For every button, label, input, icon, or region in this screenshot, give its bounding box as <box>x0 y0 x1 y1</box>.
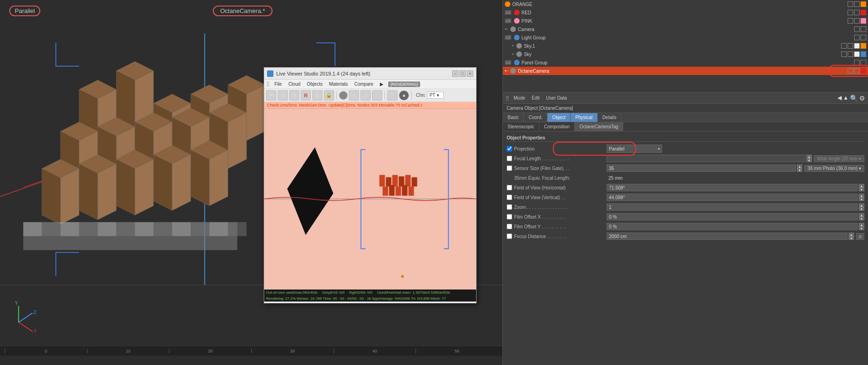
prop-row-fov-v[interactable]: Field of View (Vertical) . . 44.098 ° ▲ … <box>507 193 864 201</box>
prop-value-sensor[interactable]: 36 <box>607 164 796 172</box>
lv-toolbar-r-btn[interactable]: R <box>301 90 311 101</box>
prop-spin-fov-h[interactable]: ▲ ▼ <box>859 184 864 191</box>
live-viewer-window[interactable]: Live Viewer Studio 2019.1.4 (24 days lef… <box>264 67 477 303</box>
prop-value-zoom[interactable]: 1 <box>607 203 858 211</box>
prop-spin-down-film-x[interactable]: ▼ <box>859 217 864 220</box>
prop-toolbar[interactable]: ⣿ Mode Edit User Data ◀ ▲ 🔍 ⚙ <box>503 93 868 104</box>
lv-menu-file[interactable]: File <box>273 82 284 87</box>
scene-item-red[interactable]: L0 RED <box>503 8 868 17</box>
prop-row-fov-h[interactable]: Field of View (Horizontal) 71.508 ° ▲ ▼ <box>507 183 864 192</box>
prop-tab-basic[interactable]: Basic <box>503 113 524 122</box>
prop-row-film-x[interactable]: Film Offset X . . . . . . . . . . 0 % ▲ … <box>507 213 864 221</box>
live-viewer-titlebar[interactable]: Live Viewer Studio 2019.1.4 (24 days lef… <box>264 68 476 80</box>
lv-menu-cloud[interactable]: Cloud <box>286 82 302 87</box>
prop-spin-sensor[interactable]: ▲ ▼ <box>797 164 802 172</box>
prop-checkbox-focal[interactable] <box>507 156 512 161</box>
prop-btn-focus-pick[interactable]: ⊙ <box>856 233 864 240</box>
prop-unit-focal[interactable]: Wide Angle (25 mm ▾ <box>814 155 864 162</box>
lv-toolbar-refresh-btn[interactable]: ↺ <box>278 90 288 101</box>
prop-value-film-x[interactable]: 0 % <box>607 213 858 220</box>
prop-value-focal[interactable] <box>607 155 806 162</box>
prop-spin-up-fov-h[interactable]: ▲ <box>859 184 864 188</box>
prop-value-fov-h[interactable]: 71.508 ° <box>607 184 858 191</box>
scene-item-sky1[interactable]: • Sky.1 <box>503 42 868 50</box>
lv-toolbar-lock-btn[interactable]: 🔒 <box>324 90 334 101</box>
prop-spin-down-zoom[interactable]: ▼ <box>859 207 864 211</box>
live-viewer-close-button[interactable]: × <box>467 70 473 77</box>
prop-checkbox-focus[interactable] <box>507 233 512 239</box>
prop-checkbox-zoom[interactable] <box>507 204 512 210</box>
prop-tab-details[interactable]: Details <box>598 113 622 122</box>
prop-spin-up-film-y[interactable]: ▲ <box>859 223 864 227</box>
prop-value-fov-v[interactable]: 44.098 ° <box>607 194 858 201</box>
prop-checkbox-sensor[interactable] <box>507 165 512 171</box>
prop-settings-icon[interactable]: ⚙ <box>859 94 865 102</box>
prop-tabs-row1[interactable]: Basic Coord. Object Physical Details <box>503 113 868 122</box>
prop-spin-film-x[interactable]: ▲ ▼ <box>859 213 864 220</box>
prop-spin-up-fov-v[interactable]: ▲ <box>859 194 864 197</box>
prop-tab-composition[interactable]: Composition <box>539 122 575 131</box>
prop-arrow-up[interactable]: ▲ <box>843 94 849 102</box>
prop-row-focus-dist[interactable]: Focus Distance . . . . . . . . 2000 cm ▲… <box>507 232 864 240</box>
live-viewer-toolbar[interactable]: ☀ ↺ ⏸ R ⚙ 🔒 ▪ ▪ ▪ ♡ ● Chn: PT ▾ <box>264 89 476 102</box>
prop-row-zoom[interactable]: Zoom . . . . . . . . . . . . . . . . 1 ▲… <box>507 203 864 211</box>
prop-value-focus-dist[interactable]: 2000 cm <box>607 233 848 240</box>
lv-toolbar-dot-btn[interactable]: ● <box>399 90 409 101</box>
prop-checkbox-fov-h[interactable] <box>507 185 512 190</box>
prop-spin-down-fov-h[interactable]: ▼ <box>859 188 864 191</box>
prop-tab-physical[interactable]: Physical <box>570 113 597 122</box>
prop-value-film-y[interactable]: 0 % <box>607 223 858 230</box>
live-viewer-menubar[interactable]: ⣿ File Cloud Objects Materials Compare ▶… <box>264 80 476 89</box>
prop-spin-up-film-x[interactable]: ▲ <box>859 213 864 217</box>
prop-spin-film-y[interactable]: ▲ ▼ <box>859 223 864 230</box>
lv-chn-dropdown[interactable]: PT ▾ <box>427 92 444 99</box>
prop-checkbox-fov-v[interactable] <box>507 195 512 200</box>
prop-spin-down-focal[interactable]: ▼ <box>806 158 812 162</box>
prop-unit-sensor[interactable]: 36 mm Photo (36.0 mm) ▾ <box>804 165 864 172</box>
prop-spin-up-focal[interactable]: ▲ <box>806 155 812 158</box>
prop-dropdown-projection[interactable]: Parallel ▾ <box>607 145 662 153</box>
scene-manager[interactable]: ORANGE L0 RED L0 <box>503 0 868 93</box>
prop-toolbar-arrows[interactable]: ◀ ▲ 🔍 ⚙ <box>837 94 865 102</box>
lv-menu-objects[interactable]: Objects <box>305 82 324 87</box>
prop-checkbox-film-x[interactable] <box>507 214 512 220</box>
prop-spin-zoom[interactable]: ▲ ▼ <box>859 203 864 211</box>
prop-row-sensor-size[interactable]: Sensor Size (Film Gate). . . 36 ▲ ▼ 36 m… <box>507 164 864 172</box>
prop-tabs-row2[interactable]: Stereoscopic Composition OctaneCameraTag <box>503 122 868 132</box>
lv-menu-compare[interactable]: Compare <box>353 82 375 87</box>
prop-spin-fov-v[interactable]: ▲ ▼ <box>859 194 864 201</box>
prop-tab-coord[interactable]: Coord. <box>524 113 547 122</box>
prop-tab-object[interactable]: Object <box>547 113 570 122</box>
lv-toolbar-sq3-btn[interactable]: ▪ <box>372 90 382 101</box>
prop-row-projection[interactable]: Projection Parallel ▾ <box>507 145 864 153</box>
prop-spin-down-fov-v[interactable]: ▼ <box>859 197 864 201</box>
prop-spin-down-film-y[interactable]: ▼ <box>859 227 864 230</box>
prop-spin-up-sensor[interactable]: ▲ <box>797 164 802 168</box>
prop-spin-focus[interactable]: ▲ ▼ <box>849 233 854 240</box>
prop-spin-focal[interactable]: ▲ ▼ <box>806 155 812 162</box>
prop-spin-up-focus[interactable]: ▲ <box>849 233 854 236</box>
prop-userdata-btn[interactable]: User Data <box>544 95 569 101</box>
lv-toolbar-sun-btn[interactable]: ☀ <box>266 90 276 101</box>
scene-item-panel-group[interactable]: L0 Panel Group <box>503 58 868 67</box>
lv-toolbar-circle-btn[interactable] <box>339 91 347 100</box>
live-viewer-minimize-button[interactable]: − <box>452 70 459 77</box>
viewport[interactable]: Parallel OctaneCamera.* <box>0 0 502 365</box>
prop-checkbox-projection[interactable] <box>507 146 512 151</box>
prop-mode-btn[interactable]: Mode <box>512 95 527 101</box>
lv-toolbar-sq2-btn[interactable]: ▪ <box>360 90 371 101</box>
lv-toolbar-pause-btn[interactable]: ⏸ <box>289 90 299 101</box>
scene-item-octane-camera[interactable]: •◦ OctaneCamera <box>503 67 868 75</box>
lv-toolbar-sq1-btn[interactable]: ▪ <box>349 90 359 101</box>
prop-tab-stereo[interactable]: Stereoscopic <box>503 122 539 131</box>
lv-toolbar-heart-btn[interactable]: ♡ <box>387 90 397 101</box>
lv-menu-arrow[interactable]: ▶ <box>378 82 385 87</box>
lv-toolbar-settings-btn[interactable]: ⚙ <box>312 90 322 101</box>
prop-spin-down-focus[interactable]: ▼ <box>849 236 854 240</box>
prop-spin-up-zoom[interactable]: ▲ <box>859 203 864 207</box>
scene-item-camera[interactable]: •◦ Camera <box>503 25 868 33</box>
scene-item-pink[interactable]: L0 PINK <box>503 17 868 25</box>
lv-menu-materials[interactable]: Materials <box>327 82 350 87</box>
prop-search-icon[interactable]: 🔍 <box>850 94 858 102</box>
scene-item-light-group[interactable]: L0 Light Group <box>503 33 868 42</box>
